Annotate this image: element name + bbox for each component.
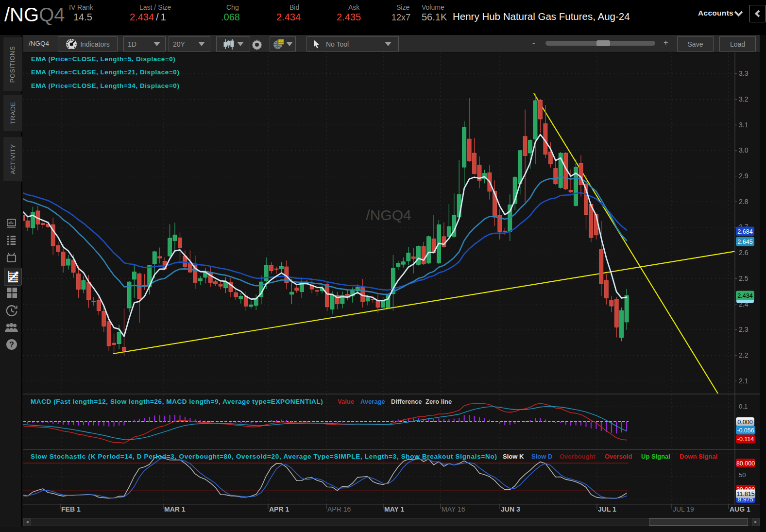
svg-text:/NGQ4: /NGQ4	[366, 207, 411, 223]
svg-text:3.2: 3.2	[739, 95, 749, 103]
svg-text:Up Signal: Up Signal	[641, 453, 670, 460]
svg-text:0.1: 0.1	[739, 403, 748, 410]
svg-text:2.2: 2.2	[739, 351, 749, 359]
svg-text:APR 1: APR 1	[269, 505, 289, 513]
svg-text:APR 16: APR 16	[327, 505, 351, 513]
svg-text:2.434: 2.434	[737, 292, 752, 299]
svg-text:-0.056: -0.056	[737, 427, 754, 434]
svg-text:80.000: 80.000	[736, 460, 755, 467]
svg-text:Slow Stochastic (K Period=14,: Slow Stochastic (K Period=14, D Period=3…	[31, 453, 497, 460]
svg-text:3.0: 3.0	[739, 146, 749, 154]
svg-text:EMA (Price=CLOSE, Length=5, Di: EMA (Price=CLOSE, Length=5, Displace=0)	[31, 55, 175, 63]
svg-text:Difference: Difference	[391, 398, 422, 405]
svg-text:2.8: 2.8	[739, 198, 749, 206]
svg-text:11.815: 11.815	[736, 491, 754, 498]
svg-text:EMA (Price=CLOSE, Length=21, D: EMA (Price=CLOSE, Length=21, Displace=0)	[31, 69, 179, 76]
svg-text:Value: Value	[338, 398, 354, 405]
svg-text:Zero line: Zero line	[426, 398, 452, 405]
svg-text:Oversold: Oversold	[605, 453, 632, 460]
svg-text:2.684: 2.684	[737, 228, 752, 235]
svg-text:AUG 1: AUG 1	[730, 505, 750, 513]
svg-text:Down Signal: Down Signal	[680, 453, 717, 460]
svg-text:JUN 3: JUN 3	[501, 505, 520, 513]
svg-text:EMA (Price=CLOSE, Length=34, D: EMA (Price=CLOSE, Length=34, Displace=0)	[31, 82, 179, 89]
svg-text:2.3: 2.3	[739, 326, 749, 333]
svg-text:2.5: 2.5	[739, 275, 749, 282]
svg-text:JUL 19: JUL 19	[673, 505, 694, 513]
svg-text:2.9: 2.9	[739, 172, 749, 180]
svg-text:3.3: 3.3	[739, 69, 749, 77]
svg-text:Slow K: Slow K	[503, 453, 524, 460]
svg-text:MAY 1: MAY 1	[384, 505, 404, 513]
svg-text:50: 50	[739, 471, 746, 479]
svg-text:Average: Average	[360, 398, 385, 405]
svg-text:MAR 1: MAR 1	[164, 505, 186, 513]
svg-text:3.1: 3.1	[739, 121, 749, 129]
svg-text:-0.114: -0.114	[737, 436, 754, 443]
svg-text:FEB 1: FEB 1	[61, 505, 81, 513]
svg-text:2.1: 2.1	[739, 377, 749, 385]
svg-text:Overbought: Overbought	[560, 453, 596, 460]
svg-text:JUL 1: JUL 1	[598, 505, 616, 513]
svg-text:MACD (Fast length=12, Slow len: MACD (Fast length=12, Slow length=26, MA…	[31, 398, 323, 405]
svg-text:MAY 16: MAY 16	[442, 505, 465, 513]
svg-text:?: ?	[9, 341, 14, 349]
svg-text:2.6: 2.6	[739, 249, 749, 257]
svg-text:2.645: 2.645	[737, 239, 752, 245]
svg-text:0.000: 0.000	[737, 419, 752, 426]
svg-text:Slow D: Slow D	[531, 453, 552, 460]
